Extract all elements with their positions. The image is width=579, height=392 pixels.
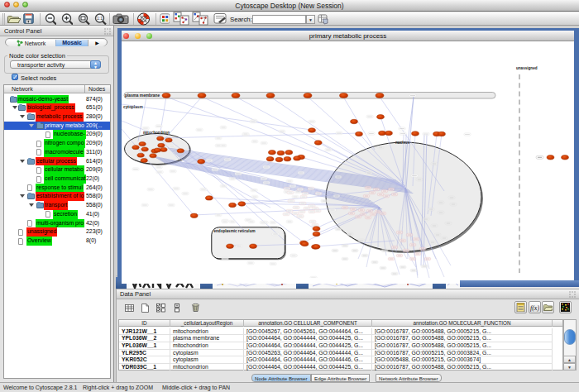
svg-text:f(x): f(x) (530, 304, 539, 312)
svg-text:unassigned: unassigned (516, 66, 538, 70)
svg-text:1:1: 1:1 (97, 16, 103, 21)
svg-text:plasma membrane: plasma membrane (125, 93, 160, 98)
svg-text:endoplasmic reticulum: endoplasmic reticulum (214, 229, 256, 233)
